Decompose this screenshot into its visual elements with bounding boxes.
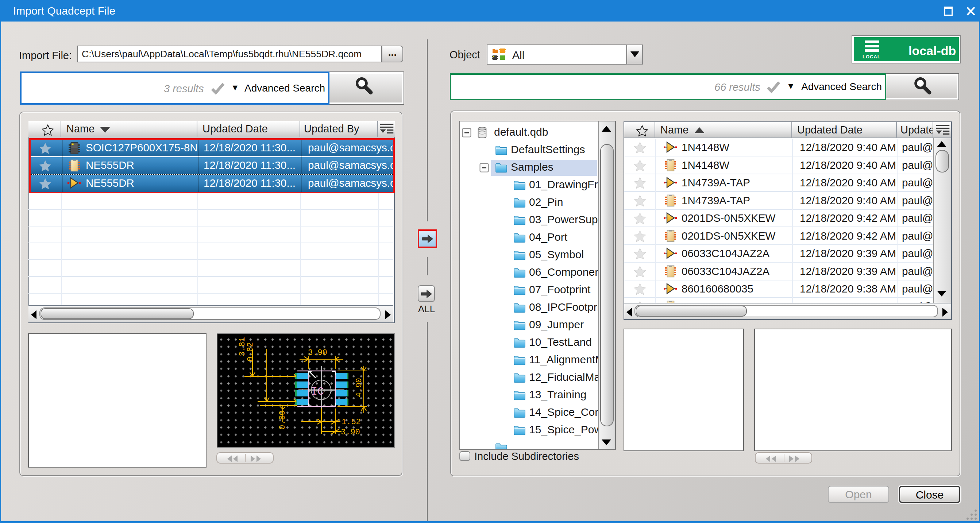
svg-text:0.80: 0.80 bbox=[278, 410, 287, 430]
svg-text:IC: IC bbox=[311, 386, 324, 398]
svg-text:0.82: 0.82 bbox=[246, 342, 255, 361]
svg-text:1.52: 1.52 bbox=[342, 418, 361, 427]
svg-text:3.90: 3.90 bbox=[308, 348, 327, 358]
svg-text:4.90: 4.90 bbox=[355, 378, 364, 397]
svg-text:3.90: 3.90 bbox=[341, 428, 360, 437]
